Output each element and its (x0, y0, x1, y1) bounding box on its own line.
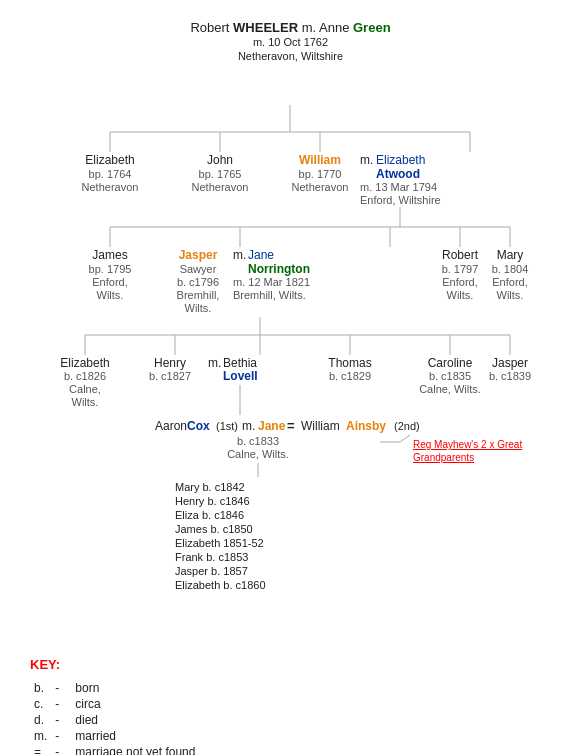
gen0-person1-first: Robert (190, 20, 233, 35)
gen2-jasper-first: Jasper (179, 248, 218, 262)
gen4-link2[interactable]: Grandparents (413, 452, 474, 463)
gen3-spouse-surname: Lovell (223, 369, 258, 383)
gen1-spouse-first: Elizabeth (376, 153, 425, 167)
gen3-jasper2-first: Jasper (492, 356, 528, 370)
child-6: Frank b. c1853 (175, 551, 248, 563)
key-desc-c: circa (71, 696, 199, 712)
gen2-spouse-surname: Norrington (248, 262, 310, 276)
gen4-equals: = (287, 418, 295, 433)
key-dash-b: - (51, 680, 71, 696)
gen4-jane-place: Calne, Wilts. (227, 448, 289, 460)
gen2-robert-place: Enford, (442, 276, 477, 288)
key-abbr-d: d. (30, 712, 51, 728)
key-row-d: d. - died (30, 712, 199, 728)
gen2-mary-place2: Wilts. (497, 289, 524, 301)
gen4-link[interactable]: Reg Mayhew's 2 x Great (413, 439, 522, 450)
gen1-elizabeth-place: Netheravon (82, 181, 139, 193)
key-dash-eq: - (51, 744, 71, 755)
gen3-caroline-first: Caroline (428, 356, 473, 370)
arrow-mayhew (380, 435, 410, 442)
key-desc-b: born (71, 680, 199, 696)
gen1-elizabeth-detail: bp. 1764 (89, 168, 132, 180)
gen4-married-label: m. (242, 419, 255, 433)
child-1: Mary b. c1842 (175, 481, 245, 493)
gen2-mary-detail: b. 1804 (492, 263, 529, 275)
gen1-elizabeth-first: Elizabeth (85, 153, 134, 167)
key-dash-m: - (51, 728, 71, 744)
gen2-james-first: James (92, 248, 127, 262)
gen2-james-place: Enford, (92, 276, 127, 288)
gen3-elizabeth-first: Elizabeth (60, 356, 109, 370)
key-dash-c: - (51, 696, 71, 712)
gen3-elizabeth-place: Calne, (69, 383, 101, 395)
gen3-spouse-first: Bethia (223, 356, 257, 370)
child-7: Jasper b. 1857 (175, 565, 248, 577)
gen1-marriage-place: Enford, Wiltshire (360, 194, 441, 206)
gen3-jasper2-detail: b. c1839 (489, 370, 531, 382)
gen1-john-detail: bp. 1765 (199, 168, 242, 180)
key-section: KEY: b. - born c. - circa d. - died m. -… (20, 657, 561, 755)
child-2: Henry b. c1846 (175, 495, 250, 507)
gen2-jasper-detail: b. c1796 (177, 276, 219, 288)
gen4-order1: (1st) (216, 420, 238, 432)
key-abbr-m: m. (30, 728, 51, 744)
key-desc-m: married (71, 728, 199, 744)
gen4-aaron-first: Aaron (155, 419, 187, 433)
key-row-eq: = - marriage not yet found (30, 744, 199, 755)
gen4-aaron-surname: Cox (187, 419, 210, 433)
key-abbr-b: b. (30, 680, 51, 696)
gen3-caroline-detail: b. c1835 (429, 370, 471, 382)
gen2-marriage-detail: m. 12 Mar 1821 (233, 276, 310, 288)
gen4-jane-detail: b. c1833 (237, 435, 279, 447)
gen1-william-first: William (299, 153, 341, 167)
gen1-john-place: Netheravon (192, 181, 249, 193)
gen0-marriage-detail: m. 10 Oct 1762 (253, 36, 328, 48)
gen2-robert-first: Robert (442, 248, 479, 262)
key-row-b: b. - born (30, 680, 199, 696)
gen3-thomas-first: Thomas (328, 356, 371, 370)
key-row-m: m. - married (30, 728, 199, 744)
gen4-order2: (2nd) (394, 420, 420, 432)
gen2-mary-first: Mary (497, 248, 524, 262)
child-4: James b. c1850 (175, 523, 253, 535)
gen0-person2-surname: Green (353, 20, 391, 35)
gen3-thomas-detail: b. c1829 (329, 370, 371, 382)
gen1-william-place: Netheravon (292, 181, 349, 193)
gen2-robert-detail: b. 1797 (442, 263, 479, 275)
gen2-jasper-label: Sawyer (180, 263, 217, 275)
gen2-spouse-first: Jane (248, 248, 274, 262)
gen0-married: m. (298, 20, 319, 35)
gen0-person1-surname: WHEELER (233, 20, 298, 35)
gen2-robert-place2: Wilts. (447, 289, 474, 301)
gen3-elizabeth-place2: Wilts. (72, 396, 99, 408)
key-desc-d: died (71, 712, 199, 728)
gen2-mary-place: Enford, (492, 276, 527, 288)
gen4-jane: Jane (258, 419, 286, 433)
key-abbr-eq: = (30, 744, 51, 755)
key-title: KEY: (30, 657, 561, 672)
gen3-married-label: m. (208, 356, 221, 370)
gen1-john-first: John (207, 153, 233, 167)
gen1-married-label: m. (360, 153, 373, 167)
gen0-row: Robert WHEELER m. Anne Green m. 10 Oct 1… (20, 20, 561, 63)
gen2-james-detail: bp. 1795 (89, 263, 132, 275)
gen3-elizabeth-detail: b. c1826 (64, 370, 106, 382)
gen1-william-detail: bp. 1770 (299, 168, 342, 180)
child-8: Elizabeth b. c1860 (175, 579, 266, 591)
gen3-henry-detail: b. c1827 (149, 370, 191, 382)
gen3-caroline-place: Calne, Wilts. (419, 383, 481, 395)
gen2-marriage-place: Bremhill, Wilts. (233, 289, 306, 301)
tree-svg: Elizabeth bp. 1764 Netheravon John bp. 1… (20, 67, 561, 627)
gen0-person2-first: Anne (319, 20, 353, 35)
key-table: b. - born c. - circa d. - died m. - marr… (30, 680, 199, 755)
gen4-william-first: William (301, 419, 340, 433)
gen2-jasper-place: Bremhill, (177, 289, 220, 301)
gen1-spouse-surname: Atwood (376, 167, 420, 181)
gen0-place: Netheravon, Wiltshire (238, 50, 343, 62)
gen3-henry-first: Henry (154, 356, 186, 370)
gen2-jasper-place2: Wilts. (185, 302, 212, 314)
key-abbr-c: c. (30, 696, 51, 712)
key-desc-eq: marriage not yet found (71, 744, 199, 755)
child-3: Eliza b. c1846 (175, 509, 244, 521)
gen2-married-label: m. (233, 248, 246, 262)
